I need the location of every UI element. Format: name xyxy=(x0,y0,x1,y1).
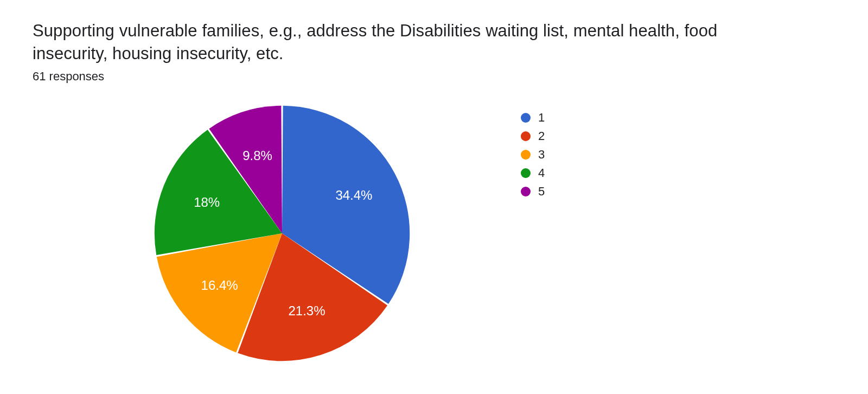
legend-label: 3 xyxy=(538,148,545,162)
legend-swatch-icon xyxy=(521,131,531,141)
legend-label: 1 xyxy=(538,111,545,125)
legend-item-3[interactable]: 3 xyxy=(521,145,545,164)
legend-label: 5 xyxy=(538,185,545,199)
legend-item-2[interactable]: 2 xyxy=(521,127,545,145)
legend-swatch-icon xyxy=(521,168,531,178)
legend-swatch-icon xyxy=(521,150,531,160)
legend-label: 2 xyxy=(538,129,545,143)
legend-swatch-icon xyxy=(521,187,531,196)
response-count: 61 responses xyxy=(33,69,104,84)
chart-container: Supporting vulnerable families, e.g., ad… xyxy=(0,0,868,394)
pie-chart: 34.4%21.3%16.4%18%9.8% xyxy=(152,103,412,364)
pie-svg xyxy=(152,103,412,364)
legend: 12345 xyxy=(521,109,545,201)
legend-item-4[interactable]: 4 xyxy=(521,164,545,182)
chart-title: Supporting vulnerable families, e.g., ad… xyxy=(33,20,781,65)
legend-swatch-icon xyxy=(521,113,531,123)
legend-item-5[interactable]: 5 xyxy=(521,182,545,201)
legend-label: 4 xyxy=(538,166,545,180)
legend-item-1[interactable]: 1 xyxy=(521,109,545,127)
